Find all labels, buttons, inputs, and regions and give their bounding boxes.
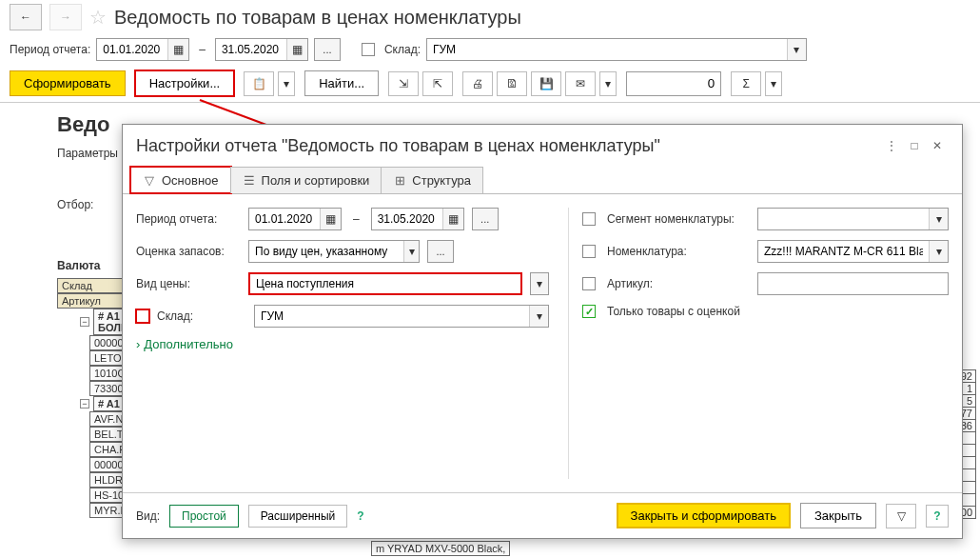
dropdown-icon[interactable]: ▾ (529, 306, 548, 327)
tab-structure-label: Структура (412, 173, 471, 188)
dropdown-icon[interactable]: ▾ (403, 241, 419, 262)
valuation-label: Оценка запасов: (136, 245, 241, 258)
view-label: Вид: (136, 509, 160, 523)
period-picker-button[interactable]: ... (314, 38, 341, 61)
warehouse-checkbox[interactable] (362, 43, 375, 56)
date-from-input[interactable] (97, 43, 167, 56)
numeric-input[interactable] (626, 71, 721, 96)
tab-main[interactable]: ▽ Основное (130, 167, 231, 193)
calendar-icon[interactable]: ▦ (442, 209, 463, 229)
filter-icon: ▽ (143, 174, 156, 188)
find-button[interactable]: Найти... (304, 70, 379, 96)
calendar-icon[interactable]: ▦ (167, 39, 188, 60)
columns-icon: ☰ (243, 174, 256, 188)
settings-dialog: Настройки отчета "Ведомость по товарам в… (122, 124, 963, 539)
price-label: Вид цены: (136, 277, 241, 290)
warehouse-combo[interactable]: ▾ (254, 305, 549, 328)
nomenclature-combo[interactable]: ▾ (757, 240, 949, 263)
only-valued-checkbox[interactable]: ✓ (582, 305, 596, 318)
paste-icon[interactable]: 📋 (244, 71, 274, 96)
view-simple-button[interactable]: Простой (169, 505, 239, 528)
segment-checkbox[interactable] (582, 212, 596, 226)
help-icon[interactable]: ? (357, 509, 363, 523)
expand-icon[interactable]: ⇲ (388, 71, 419, 96)
dialog-title: Настройки отчета "Ведомость по товарам в… (136, 136, 880, 156)
view-advanced-button[interactable]: Расширенный (248, 505, 348, 528)
table-row[interactable]: m YRYAD MXV-5000 Black, (371, 541, 510, 556)
save-icon[interactable]: 💾 (531, 71, 561, 96)
tree-icon: ⊞ (393, 174, 406, 188)
page-title: Ведомость по товарам в ценах номенклатур… (114, 7, 521, 29)
date-from-field[interactable]: ▦ (96, 38, 189, 61)
warehouse-label: Склад: (384, 43, 421, 56)
close-generate-button[interactable]: Закрыть и сформировать (617, 503, 791, 528)
price-type-combo[interactable] (248, 272, 522, 295)
period-label: Период отчета: (136, 212, 241, 226)
filter-settings-icon[interactable]: ▽ (886, 504, 916, 528)
article-checkbox[interactable] (582, 277, 596, 290)
period-label: Период отчета: (10, 43, 90, 56)
calendar-icon[interactable]: ▦ (286, 39, 307, 60)
calendar-icon[interactable]: ▦ (320, 209, 341, 229)
modal-date-to[interactable]: ▦ (371, 208, 464, 230)
modal-date-from[interactable]: ▦ (248, 208, 342, 230)
dropdown-icon[interactable]: ▾ (929, 241, 948, 262)
send-dropdown-icon[interactable]: ▾ (599, 71, 617, 96)
warehouse-checkbox[interactable] (136, 309, 149, 323)
collapse-icon[interactable]: ⇱ (422, 71, 453, 96)
paste-dropdown-icon[interactable]: ▾ (278, 71, 295, 96)
tree-collapse[interactable]: − (80, 317, 89, 327)
print-icon[interactable]: 🖨 (462, 71, 493, 96)
dropdown-icon[interactable]: ▾ (787, 39, 806, 60)
period-picker-button[interactable]: ... (472, 208, 499, 230)
warehouse-label: Склад: (157, 309, 246, 323)
more-link[interactable]: › Дополнительно (136, 337, 549, 351)
warehouse-input[interactable] (427, 43, 787, 56)
chevron-right-icon: › (136, 337, 140, 351)
close-button[interactable]: Закрыть (800, 503, 876, 528)
tab-structure[interactable]: ⊞ Структура (381, 167, 483, 193)
tab-fields[interactable]: ☰ Поля и сортировки (230, 167, 382, 193)
nomenclature-checkbox[interactable] (582, 245, 596, 258)
tab-main-label: Основное (162, 173, 219, 188)
nomenclature-label: Номенклатура: (607, 245, 750, 258)
date-to-field[interactable]: ▦ (215, 38, 308, 61)
dropdown-icon[interactable]: ▾ (530, 272, 549, 295)
more-icon[interactable]: ⋮ (880, 134, 903, 157)
send-icon[interactable]: ✉ (565, 71, 596, 96)
dropdown-icon[interactable]: ▾ (929, 209, 948, 229)
segment-label: Сегмент номенклатуры: (607, 212, 750, 226)
article-combo[interactable] (757, 272, 949, 295)
valuation-more-button[interactable]: ... (427, 240, 454, 263)
only-valued-label: Только товары с оценкой (607, 305, 740, 318)
close-icon[interactable]: ✕ (926, 134, 949, 157)
tab-fields-label: Поля и сортировки (262, 173, 370, 188)
forward-button[interactable]: → (49, 4, 82, 30)
segment-combo[interactable]: ▾ (757, 208, 949, 230)
generate-button[interactable]: Сформировать (10, 70, 126, 96)
help-button[interactable]: ? (926, 505, 949, 528)
sum-icon[interactable]: Σ (731, 71, 761, 96)
date-to-input[interactable] (216, 43, 286, 56)
favorite-icon[interactable]: ☆ (89, 6, 107, 29)
article-label: Артикул: (607, 277, 750, 290)
warehouse-field[interactable]: ▾ (426, 38, 807, 61)
sum-dropdown-icon[interactable]: ▾ (765, 71, 782, 96)
tree-collapse[interactable]: − (80, 399, 89, 409)
settings-button[interactable]: Настройки... (135, 70, 235, 96)
valuation-combo[interactable]: ▾ (248, 240, 420, 263)
back-button[interactable]: ← (10, 4, 42, 30)
preview-icon[interactable]: 🖻 (497, 71, 527, 96)
maximize-icon[interactable]: □ (903, 134, 926, 157)
dash: – (195, 43, 209, 56)
